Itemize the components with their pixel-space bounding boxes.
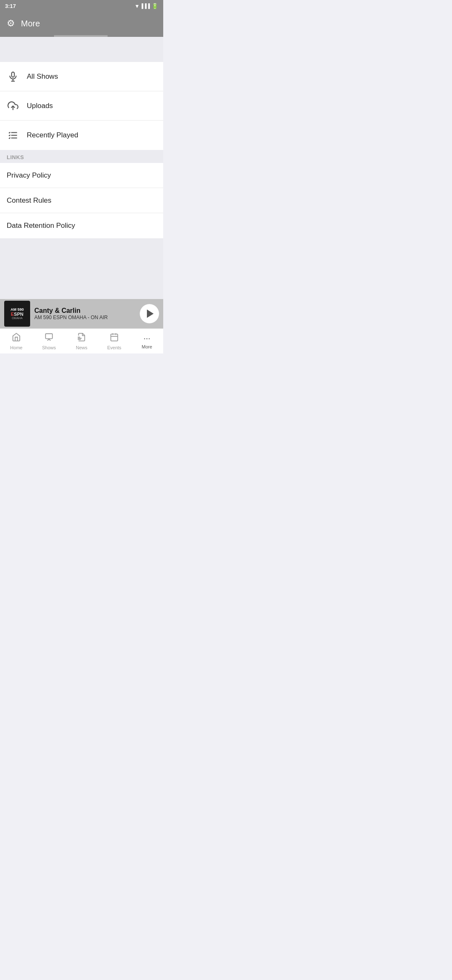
svg-rect-0 — [12, 72, 15, 77]
links-section-header: LINKS — [0, 150, 163, 163]
menu-item-all-shows[interactable]: All Shows — [0, 62, 163, 91]
play-button[interactable] — [140, 304, 159, 323]
upload-icon — [7, 101, 19, 111]
status-icons: ▾ ▐▐▐ 🔋 — [136, 3, 158, 9]
now-playing-bar[interactable]: AM 590 ESPN OMAHA Canty & Carlin AM 590 … — [0, 299, 163, 328]
svg-rect-7 — [46, 333, 53, 338]
all-shows-label: All Shows — [27, 72, 58, 81]
menu-item-recently-played[interactable]: Recently Played — [0, 121, 163, 150]
nav-item-more[interactable]: ··· More — [131, 329, 163, 353]
status-bar: 3:17 ▾ ▐▐▐ 🔋 — [0, 0, 163, 12]
bottom-nav: Home Shows News — [0, 328, 163, 353]
header: ⚙ More — [0, 12, 163, 35]
signal-icon: ▐▐▐ — [140, 3, 150, 8]
nav-item-events[interactable]: Events — [98, 329, 131, 353]
link-privacy-policy[interactable]: Privacy Policy — [0, 163, 163, 188]
gear-icon[interactable]: ⚙ — [7, 18, 15, 29]
top-spacer — [0, 37, 163, 62]
now-playing-info: Canty & Carlin AM 590 ESPN OMAHA - ON AI… — [34, 307, 136, 320]
nav-item-home[interactable]: Home — [0, 329, 33, 353]
now-playing-title: Canty & Carlin — [34, 307, 136, 315]
link-data-retention[interactable]: Data Retention Policy — [0, 213, 163, 238]
logo-espn-text: ESPN — [11, 312, 23, 317]
svg-rect-8 — [111, 334, 118, 341]
battery-icon: 🔋 — [152, 3, 158, 9]
station-logo: AM 590 ESPN OMAHA — [4, 301, 30, 327]
now-playing-subtitle: AM 590 ESPN OMAHA - ON AIR — [34, 315, 136, 320]
status-time: 3:17 — [5, 3, 16, 9]
playlist-icon — [7, 130, 19, 141]
logo-omaha-text: OMAHA — [12, 317, 23, 320]
more-icon: ··· — [144, 333, 151, 343]
nav-item-news[interactable]: News — [65, 329, 98, 353]
recently-played-label: Recently Played — [27, 131, 78, 139]
shows-icon — [44, 333, 54, 344]
logo-am-text: AM 590 — [10, 308, 24, 312]
news-nav-label: News — [76, 345, 87, 350]
nav-item-shows[interactable]: Shows — [33, 329, 65, 353]
menu-item-uploads[interactable]: Uploads — [0, 91, 163, 121]
events-nav-label: Events — [107, 345, 121, 350]
links-section: Privacy Policy Contest Rules Data Retent… — [0, 163, 163, 238]
events-icon — [110, 333, 119, 344]
more-nav-label: More — [141, 344, 152, 349]
home-icon — [12, 333, 21, 344]
news-icon — [77, 333, 86, 344]
mic-icon — [7, 71, 19, 82]
contest-rules-label: Contest Rules — [7, 196, 51, 205]
wifi-icon: ▾ — [136, 3, 139, 9]
shows-nav-label: Shows — [42, 345, 56, 350]
home-nav-label: Home — [10, 345, 22, 350]
link-contest-rules[interactable]: Contest Rules — [0, 188, 163, 213]
uploads-label: Uploads — [27, 102, 53, 110]
play-arrow-icon — [147, 309, 154, 318]
page-title: More — [21, 19, 40, 28]
menu-section: All Shows Uploads Recently Played — [0, 62, 163, 150]
data-retention-label: Data Retention Policy — [7, 222, 75, 230]
privacy-policy-label: Privacy Policy — [7, 171, 51, 180]
